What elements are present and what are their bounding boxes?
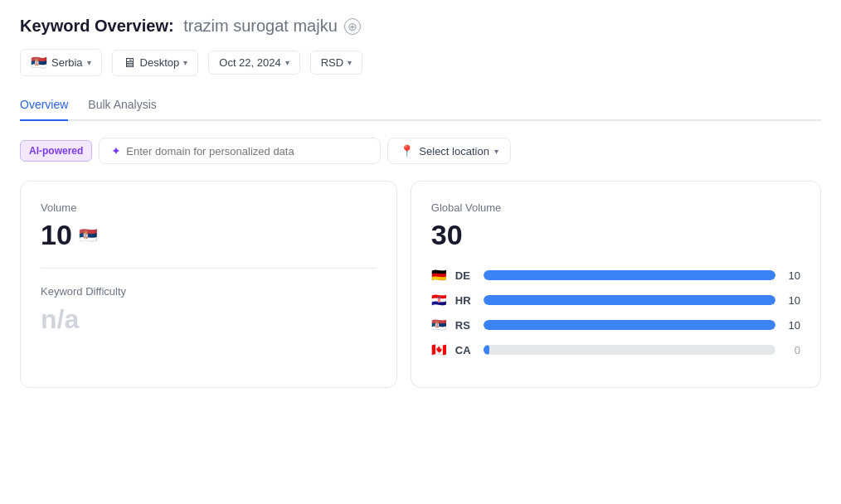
domain-input[interactable] [126,145,368,158]
difficulty-label: Keyword Difficulty [41,285,377,298]
bar-track [484,320,775,330]
bar-value: 10 [784,269,800,282]
sparkle-icon: ✦ [111,144,121,158]
country-code: HR [455,294,475,307]
keyword-text: trazim surogat majku [183,17,338,35]
cards-row: Volume 10 🇷🇸 Keyword Difficulty n/a Glob… [20,181,821,388]
volume-card: Volume 10 🇷🇸 Keyword Difficulty n/a [20,181,397,388]
bar-row: 🇷🇸 RS 10 [431,317,800,332]
bar-track [484,295,775,305]
add-keyword-icon[interactable]: ⊕ [344,18,361,35]
location-label: Select location [419,145,489,158]
chevron-down-icon: ▾ [183,58,187,67]
bar-row: 🇨🇦 CA 0 [431,342,800,357]
bar-fill [484,345,489,355]
page-title: Keyword Overview: trazim surogat majku [20,17,338,36]
serbia-flag-icon: 🇷🇸 [31,55,47,70]
global-volume-label: Global Volume [431,201,800,214]
country-flag-icon: 🇷🇸 [431,317,447,332]
chevron-down-icon: ▾ [348,58,352,67]
global-volume-card: Global Volume 30 🇩🇪 DE 10 🇭🇷 HR 10 🇷🇸 RS [411,181,821,388]
bar-value: 10 [784,294,800,307]
ai-powered-badge: AI-powered [20,140,92,162]
bar-row: 🇭🇷 HR 10 [431,293,800,308]
country-code: CA [455,344,475,356]
date-label: Oct 22, 2024 [219,56,280,69]
bar-rows: 🇩🇪 DE 10 🇭🇷 HR 10 🇷🇸 RS 10 🇨🇦 CA [431,268,800,357]
country-filter[interactable]: 🇷🇸 Serbia ▾ [20,49,102,76]
bar-fill [484,270,775,280]
tabs-row: Overview Bulk Analysis [20,90,821,121]
country-flag-icon: 🇭🇷 [431,293,447,308]
tab-bulk-analysis[interactable]: Bulk Analysis [88,90,156,121]
bar-fill [484,320,775,330]
currency-label: RSD [321,56,343,69]
bar-value: 10 [784,319,800,332]
global-volume-value: 30 [431,219,463,251]
country-code: DE [455,269,475,282]
bar-value: 0 [784,344,800,356]
divider [41,268,377,269]
volume-value: 10 [41,219,72,251]
volume-label: Volume [41,201,377,214]
country-label: Serbia [51,56,83,69]
chevron-down-icon: ▾ [285,58,289,67]
difficulty-value: n/a [41,304,377,335]
desktop-icon: 🖥 [123,56,136,70]
select-location-button[interactable]: 📍 Select location ▾ [387,138,511,164]
bar-track [484,270,775,280]
ai-bar: AI-powered ✦ 📍 Select location ▾ [20,138,821,164]
title-prefix: Keyword Overview: [20,17,174,35]
device-filter[interactable]: 🖥 Desktop ▾ [112,50,199,76]
plus-icon: ⊕ [348,20,357,33]
country-code: RS [455,319,475,332]
country-flag-icon: 🇩🇪 [431,268,447,283]
location-pin-icon: 📍 [400,144,414,158]
device-label: Desktop [140,56,180,69]
serbia-flag-icon: 🇷🇸 [79,226,97,245]
chevron-down-icon: ▾ [87,58,91,67]
bar-fill [484,295,775,305]
domain-input-wrapper[interactable]: ✦ [99,138,381,164]
filters-row: 🇷🇸 Serbia ▾ 🖥 Desktop ▾ Oct 22, 2024 ▾ R… [20,49,821,76]
currency-filter[interactable]: RSD ▾ [310,51,362,75]
bar-track [484,345,775,355]
chevron-down-icon: ▾ [494,147,498,156]
tab-overview[interactable]: Overview [20,90,68,121]
date-filter[interactable]: Oct 22, 2024 ▾ [208,51,299,75]
country-flag-icon: 🇨🇦 [431,342,447,357]
bar-row: 🇩🇪 DE 10 [431,268,800,283]
